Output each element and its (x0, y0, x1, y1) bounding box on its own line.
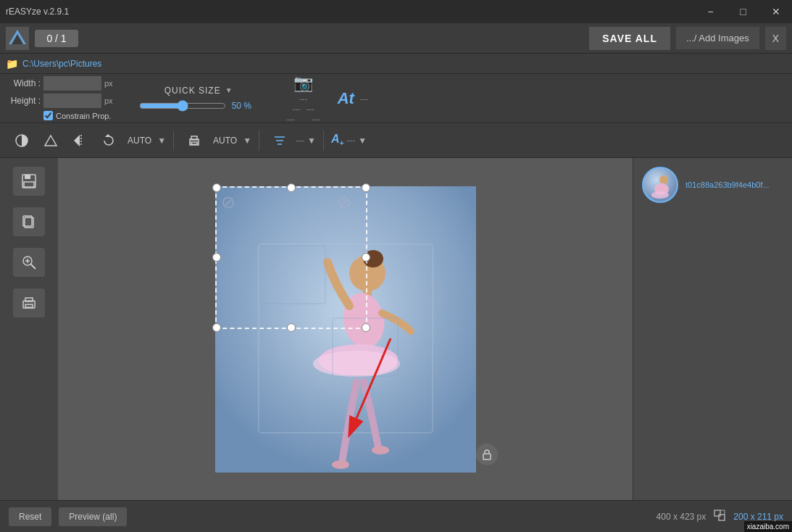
svg-point-29 (363, 250, 383, 267)
triangle-button[interactable] (38, 129, 64, 152)
thumb-svg (643, 168, 677, 201)
image-counter: 0 / 1 (35, 30, 78, 47)
close-button[interactable]: ✕ (759, 0, 792, 23)
svg-rect-24 (25, 304, 33, 307)
close-panel-button[interactable]: X (765, 27, 786, 50)
filter-icon (272, 133, 287, 148)
resize-arrow-icon (713, 509, 726, 522)
preview-button[interactable]: Preview (all) (59, 507, 127, 526)
size-slider[interactable] (139, 100, 226, 112)
bottom-bar: Reset Preview (all) 400 x 423 px 200 x 2… (0, 500, 792, 532)
filename-label: t01c88a263b9f4e4b0f... (685, 180, 770, 189)
window-controls: − □ ✕ (694, 0, 792, 23)
minimize-button[interactable]: − (694, 0, 727, 23)
svg-rect-46 (719, 515, 725, 520)
actions-bar: AUTO ▼ AUTO ▼ --- ▼ A+ --- ▼ (0, 123, 792, 158)
dash-5: --- (312, 115, 320, 123)
width-row: Width : px (9, 76, 113, 91)
height-row: Height : px (9, 93, 113, 108)
separator-2 (259, 130, 259, 151)
titlebar: rEASYze v.2.9.1 − □ ✕ (0, 0, 792, 23)
at-dashes: --- (346, 136, 355, 146)
crop-icon (481, 449, 493, 460)
at-action-icon: A+ (331, 133, 343, 147)
camera-icon: 📷 (293, 74, 313, 93)
thumbnail-row: t01c88a263b9f4e4b0f... (642, 167, 783, 203)
svg-rect-23 (25, 298, 33, 302)
dash-1: --- (299, 94, 307, 103)
auto-label-2: AUTO (210, 136, 240, 146)
print-action-button[interactable] (181, 129, 207, 152)
width-unit: px (104, 79, 113, 88)
svg-point-33 (313, 351, 400, 377)
svg-marker-3 (45, 136, 57, 146)
svg-rect-8 (191, 136, 197, 140)
svg-rect-14 (25, 175, 30, 179)
duplicate-button[interactable] (13, 207, 45, 236)
filter-dropdown[interactable]: ▼ (307, 136, 316, 146)
save-button[interactable] (13, 167, 45, 196)
main-toolbar: 0 / 1 SAVE ALL .../ Add Images X (0, 23, 792, 54)
height-label: Height : (9, 96, 41, 106)
size-percent: 50 % (232, 101, 258, 111)
auto-dropdown-2[interactable]: ▼ (243, 136, 251, 146)
filter-dashes: --- (296, 136, 304, 146)
maximize-button[interactable]: □ (727, 0, 759, 23)
image-thumbnail (642, 167, 678, 203)
edit-icon-tl: ⊘ (221, 192, 235, 212)
app-logo[interactable] (6, 27, 29, 50)
at-dropdown[interactable]: ▼ (358, 136, 367, 146)
left-sidebar (0, 158, 58, 500)
filter-button[interactable] (267, 129, 293, 152)
print-side-button[interactable] (13, 288, 45, 317)
dash-row-1: --- (299, 94, 307, 103)
main-area: ⊘ ⊘ (0, 158, 792, 500)
width-input[interactable] (43, 76, 101, 91)
reset-button[interactable]: Reset (9, 507, 51, 526)
zoom-button[interactable] (13, 248, 45, 277)
dash-4: --- (287, 115, 295, 123)
svg-rect-9 (191, 142, 197, 144)
image-background: ⊘ ⊘ (215, 186, 476, 473)
edit-icon-tr: ⊘ (337, 192, 351, 212)
auto-dropdown-1[interactable]: ▼ (157, 136, 166, 146)
svg-point-34 (332, 460, 349, 469)
watermark: xiazaiba.com (744, 521, 792, 532)
quick-size-dropdown-arrow[interactable]: ▼ (225, 86, 233, 94)
svg-line-19 (31, 265, 36, 270)
save-icon (21, 173, 37, 189)
dash-2: --- (293, 104, 301, 113)
contrast-icon (14, 133, 29, 148)
ballerina-svg (215, 186, 476, 473)
separator-3 (323, 130, 324, 151)
duplicate-icon (21, 214, 37, 230)
auto-label-1: AUTO (125, 136, 154, 146)
crop-lock-button[interactable] (476, 444, 498, 465)
slider-row: 50 % (139, 100, 258, 112)
save-all-button[interactable]: SAVE ALL (589, 27, 670, 50)
app-title: rEASYze v.2.9.1 (6, 7, 69, 17)
at-label: At (338, 89, 354, 108)
rotate-icon (101, 133, 116, 148)
zoom-icon (21, 254, 37, 270)
dimensions-group: Width : px Height : px Constrain Prop. (9, 76, 113, 120)
resize-icon (713, 509, 726, 525)
brightness-button[interactable] (9, 129, 35, 152)
constrain-checkbox[interactable] (43, 111, 53, 120)
height-input[interactable] (43, 93, 101, 108)
flip-button[interactable] (67, 129, 93, 152)
current-size: 200 x 211 px (733, 512, 783, 522)
add-images-button[interactable]: .../ Add Images (676, 27, 759, 49)
quick-size-header: QUICK SIZE ▼ (164, 86, 233, 96)
quick-size-label: QUICK SIZE (164, 86, 221, 96)
trailing-dash: --- (360, 94, 368, 103)
triangle-icon (43, 133, 58, 148)
right-panel: t01c88a263b9f4e4b0f... (633, 158, 792, 500)
svg-marker-4 (74, 135, 80, 146)
folder-path: C:\Users\pc\Pictures (22, 59, 101, 69)
svg-point-44 (651, 191, 669, 199)
rotate-button[interactable] (96, 129, 122, 152)
separator-1 (173, 130, 174, 151)
print-side-icon (21, 295, 37, 311)
constrain-row: Constrain Prop. (43, 111, 113, 120)
